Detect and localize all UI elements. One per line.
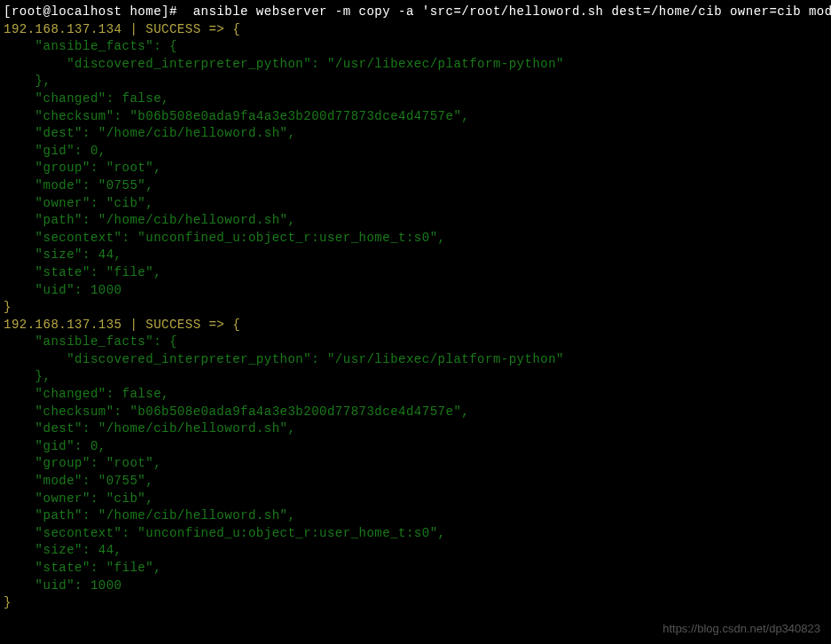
host1-close: } <box>4 300 12 314</box>
host1-line-10: "path": "/home/cib/helloword.sh", <box>4 213 295 227</box>
host1-header: 192.168.137.134 | SUCCESS => { <box>4 22 240 36</box>
host2-close: } <box>4 595 12 609</box>
host2-line-4: "checksum": "b06b508e0ada9fa4a3e3b200d77… <box>4 404 469 419</box>
host1-line-1: "discovered_interpreter_python": "/usr/l… <box>4 57 564 71</box>
host2-line-2: }, <box>4 369 51 383</box>
host1-line-8: "mode": "0755", <box>4 178 153 192</box>
host2-line-8: "mode": "0755", <box>4 474 153 488</box>
host2-line-5: "dest": "/home/cib/helloword.sh", <box>4 421 295 436</box>
host1-line-6: "gid": 0, <box>4 144 106 158</box>
host2-line-13: "state": "file", <box>4 561 161 575</box>
host1-line-7: "group": "root", <box>4 161 161 175</box>
host2-line-0: "ansible_facts": { <box>4 334 177 349</box>
terminal-output: [root@localhost home]# ansible webserver… <box>4 4 827 612</box>
host2-line-11: "secontext": "unconfined_u:object_r:user… <box>4 526 445 540</box>
host1-line-12: "size": 44, <box>4 247 122 262</box>
host1-line-14: "uid": 1000 <box>4 283 122 297</box>
host2-line-3: "changed": false, <box>4 387 169 401</box>
host2-line-7: "group": "root", <box>4 456 161 470</box>
host1-line-5: "dest": "/home/cib/helloword.sh", <box>4 126 295 140</box>
shell-prompt: [root@localhost home]# <box>4 4 185 19</box>
host2-line-1: "discovered_interpreter_python": "/usr/l… <box>4 352 564 366</box>
host1-line-13: "state": "file", <box>4 265 161 279</box>
host2-line-14: "uid": 1000 <box>4 578 122 593</box>
host2-line-6: "gid": 0, <box>4 439 106 453</box>
host1-line-11: "secontext": "unconfined_u:object_r:user… <box>4 231 445 245</box>
host2-header: 192.168.137.135 | SUCCESS => { <box>4 318 240 332</box>
watermark-text: https://blog.csdn.net/dp340823 <box>662 621 820 637</box>
host1-line-2: }, <box>4 74 51 88</box>
host2-line-10: "path": "/home/cib/helloword.sh", <box>4 508 295 522</box>
host2-line-9: "owner": "cib", <box>4 491 153 506</box>
host1-line-4: "checksum": "b06b508e0ada9fa4a3e3b200d77… <box>4 109 469 123</box>
host2-line-12: "size": 44, <box>4 543 122 557</box>
host1-line-9: "owner": "cib", <box>4 196 153 210</box>
host1-line-0: "ansible_facts": { <box>4 39 177 53</box>
shell-command: ansible webserver -m copy -a 'src=/root/… <box>185 4 831 19</box>
host1-line-3: "changed": false, <box>4 91 169 106</box>
